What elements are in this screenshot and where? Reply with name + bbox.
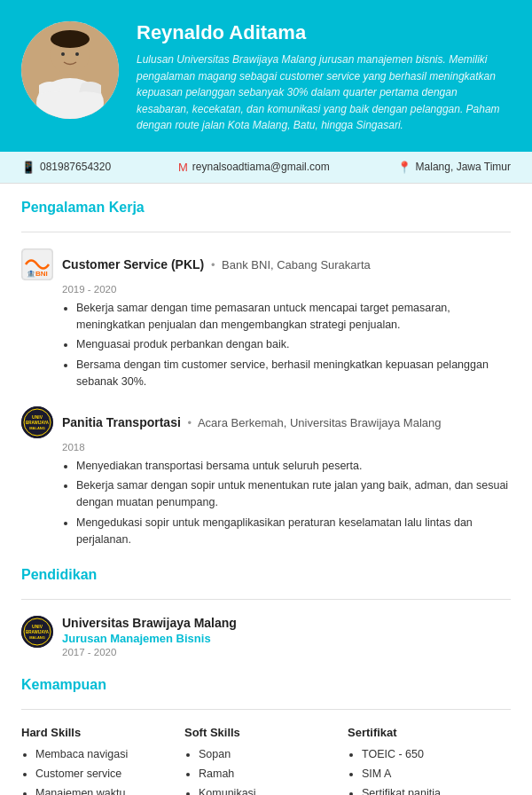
- soft-skills-title: Soft Skills: [184, 726, 348, 739]
- svg-point-5: [75, 52, 79, 56]
- main-content: Pengalaman Kerja 🏦BNI Customer Service: [0, 184, 532, 795]
- job-panitia: UNIV BRAWIJAYA MALANG Panitia Transporta…: [21, 406, 511, 548]
- job-bni-bullets: Bekerja samar dengan time pemasaran untu…: [62, 300, 511, 390]
- job-bni-title: Customer Service (PKL): [62, 257, 204, 272]
- hard-skill-1: Membaca navigasi: [35, 746, 184, 763]
- soft-skill-1: Sopan: [199, 746, 348, 763]
- job-panitia-bullet-2: Bekerja samar dengan sopir untuk menentu…: [76, 477, 511, 511]
- hard-skills-title: Hard Skills: [21, 726, 184, 739]
- avatar: [21, 21, 119, 119]
- svg-point-4: [61, 52, 65, 56]
- sertifikat-title: Sertifikat: [348, 726, 511, 739]
- skills-divider: [21, 709, 511, 710]
- header-section: Reynaldo Aditama Lulusan Universitas Bra…: [0, 0, 532, 152]
- edu-ub-name: Universitas Brawijaya Malang: [62, 616, 511, 630]
- skills-title: Kemampuan: [21, 677, 511, 697]
- svg-text:BRAWIJAYA: BRAWIJAYA: [26, 630, 50, 634]
- job-bni-company: Bank BNI, Cabang Surakarta: [222, 258, 371, 272]
- job-panitia-header: UNIV BRAWIJAYA MALANG Panitia Transporta…: [21, 406, 511, 438]
- header-info: Reynaldo Aditama Lulusan Universitas Bra…: [137, 21, 511, 134]
- soft-skills-col: Soft Skills Sopan Ramah Komunikasi Telit…: [184, 726, 348, 795]
- ub-logo-transport: UNIV BRAWIJAYA MALANG: [21, 406, 53, 438]
- edu-ub-info: Universitas Brawijaya Malang Jurusan Man…: [62, 616, 511, 657]
- sertifikat-2: SIM A: [362, 766, 511, 783]
- experience-section: Pengalaman Kerja 🏦BNI Customer Service: [21, 200, 511, 548]
- job-bni-bullet-1: Bekerja samar dengan time pemasaran untu…: [76, 300, 511, 334]
- job-bni-period: 2019 - 2020: [62, 284, 511, 295]
- sertifikat-col: Sertifikat TOEIC - 650 SIM A Sertifikat …: [348, 726, 511, 795]
- job-panitia-bullet-3: Mengedukasi sopir untuk mengaplikasikan …: [76, 515, 511, 548]
- soft-skill-2: Ramah: [199, 766, 348, 783]
- job-bni-bullet-2: Menguasai produk perbankan dengan baik.: [76, 336, 511, 353]
- contact-email: M reynalsoadtiama@gmail.com: [178, 161, 330, 174]
- hard-skill-3: Manajemen waktu: [35, 785, 184, 795]
- job-bni-bullet-3: Bersama dengan tim customer service, ber…: [76, 357, 511, 390]
- contact-bar: 📱 081987654320 M reynalsoadtiama@gmail.c…: [0, 152, 532, 184]
- phone-icon: 📱: [21, 161, 35, 174]
- contact-location: 📍 Malang, Jawa Timur: [397, 161, 511, 174]
- edu-ub-period: 2017 - 2020: [62, 647, 511, 657]
- education-title: Pendidikan: [21, 567, 511, 586]
- hard-skills-col: Hard Skills Membaca navigasi Customer se…: [21, 726, 184, 795]
- email-icon: M: [178, 161, 188, 174]
- hard-skills-list: Membaca navigasi Customer service Manaje…: [21, 746, 184, 795]
- candidate-name: Reynaldo Aditama: [137, 21, 511, 44]
- education-divider: [21, 599, 511, 600]
- soft-skills-list: Sopan Ramah Komunikasi Teliti: [184, 746, 348, 795]
- edu-ub: UNIV BRAWIJAYA MALANG Universitas Brawij…: [21, 616, 511, 657]
- job-bni-title-company: Customer Service (PKL) • Bank BNI, Caban…: [62, 257, 511, 272]
- job-panitia-bullets: Menyediakan transportasi bersama untuk s…: [62, 458, 511, 548]
- hard-skill-2: Customer service: [35, 766, 184, 783]
- svg-text:UNIV: UNIV: [32, 624, 43, 629]
- job-panitia-title: Panitia Transportasi: [62, 415, 181, 429]
- svg-text:🏦BNI: 🏦BNI: [27, 269, 48, 278]
- edu-ub-major: Jurusan Manajemen Bisnis: [62, 632, 511, 645]
- svg-text:BRAWIJAYA: BRAWIJAYA: [26, 421, 50, 425]
- svg-text:UNIV: UNIV: [32, 414, 43, 420]
- svg-point-3: [51, 30, 90, 48]
- job-panitia-bullet-1: Menyediakan transportasi bersama untuk s…: [76, 458, 511, 475]
- sertifikat-3: Sertifikat panitia keorganisasian: [362, 785, 511, 795]
- candidate-bio: Lulusan Universitas Brawijaya Malang jur…: [137, 51, 511, 134]
- experience-divider: [21, 232, 511, 232]
- contact-phone: 📱 081987654320: [21, 161, 111, 174]
- job-panitia-period: 2018: [62, 442, 511, 453]
- job-panitia-company: Acara Berkemah, Universitas Brawijaya Ma…: [198, 416, 442, 429]
- resume-container: Reynaldo Aditama Lulusan Universitas Bra…: [0, 0, 532, 795]
- education-section: Pendidikan UNIV BRAWIJAYA MALANG Univers…: [21, 567, 511, 657]
- sertifikat-list: TOEIC - 650 SIM A Sertifikat panitia keo…: [348, 746, 511, 795]
- experience-title: Pengalaman Kerja: [21, 200, 511, 219]
- job-bni: 🏦BNI Customer Service (PKL) • Bank BNI, …: [21, 248, 511, 390]
- svg-text:MALANG: MALANG: [29, 426, 45, 430]
- svg-text:MALANG: MALANG: [29, 635, 45, 640]
- location-icon: 📍: [397, 161, 411, 174]
- skills-grid: Hard Skills Membaca navigasi Customer se…: [21, 726, 511, 795]
- sertifikat-1: TOEIC - 650: [362, 746, 511, 763]
- job-bni-header: 🏦BNI Customer Service (PKL) • Bank BNI, …: [21, 248, 511, 280]
- soft-skill-3: Komunikasi: [199, 785, 348, 795]
- skills-section: Kemampuan Hard Skills Membaca navigasi C…: [21, 677, 511, 795]
- bni-logo: 🏦BNI: [21, 248, 53, 280]
- ub-logo-edu: UNIV BRAWIJAYA MALANG: [21, 616, 53, 648]
- job-panitia-title-company: Panitia Transportasi • Acara Berkemah, U…: [62, 415, 511, 429]
